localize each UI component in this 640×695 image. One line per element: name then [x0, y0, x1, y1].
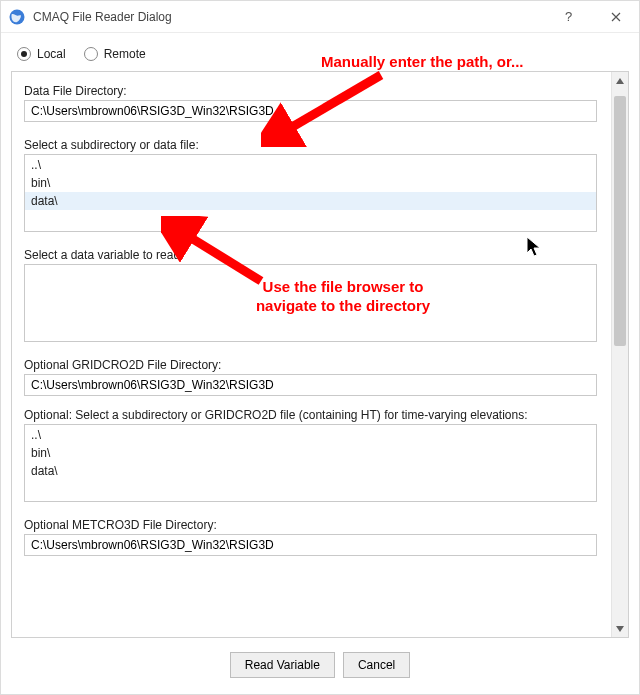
titlebar: CMAQ File Reader Dialog ?: [1, 1, 639, 33]
label-met-dir: Optional METCRO3D File Directory:: [24, 518, 597, 532]
help-button[interactable]: ?: [547, 1, 593, 32]
radio-dot-icon: [17, 47, 31, 61]
list-variable[interactable]: [24, 264, 597, 342]
list-item[interactable]: data\: [25, 192, 596, 210]
svg-text:?: ?: [565, 10, 572, 23]
scroll-up-icon[interactable]: [612, 72, 628, 89]
dialog-body: Local Remote Data File Directory: Select…: [1, 33, 639, 694]
scroll-thumb[interactable]: [614, 96, 626, 346]
list-item[interactable]: data\: [25, 462, 596, 480]
window-buttons: ?: [547, 1, 639, 32]
list-item[interactable]: bin\: [25, 444, 596, 462]
radio-local-label: Local: [37, 47, 66, 61]
scroll-down-icon[interactable]: [612, 620, 628, 637]
panel-content: Data File Directory: Select a subdirecto…: [12, 72, 611, 637]
dialog-window: CMAQ File Reader Dialog ? Local Remote D…: [0, 0, 640, 695]
input-met-dir[interactable]: [24, 534, 597, 556]
button-row: Read Variable Cancel: [11, 638, 629, 694]
window-title: CMAQ File Reader Dialog: [33, 10, 547, 24]
label-data-dir: Data File Directory:: [24, 84, 597, 98]
label-select-var: Select a data variable to read:: [24, 248, 597, 262]
radio-remote[interactable]: Remote: [84, 47, 146, 61]
input-data-dir[interactable]: [24, 100, 597, 122]
radio-local[interactable]: Local: [17, 47, 66, 61]
input-grid-dir[interactable]: [24, 374, 597, 396]
list-item[interactable]: ..\: [25, 426, 596, 444]
scrollbar[interactable]: [611, 72, 628, 637]
radio-remote-label: Remote: [104, 47, 146, 61]
globe-icon: [9, 9, 25, 25]
source-selector: Local Remote: [11, 43, 629, 71]
read-variable-button[interactable]: Read Variable: [230, 652, 335, 678]
list-subdirectory[interactable]: ..\ bin\ data\: [24, 154, 597, 232]
label-grid-dir: Optional GRIDCRO2D File Directory:: [24, 358, 597, 372]
label-grid-sub: Optional: Select a subdirectory or GRIDC…: [24, 408, 597, 422]
list-item[interactable]: ..\: [25, 156, 596, 174]
cancel-button[interactable]: Cancel: [343, 652, 410, 678]
list-grid-subdirectory[interactable]: ..\ bin\ data\: [24, 424, 597, 502]
label-select-sub: Select a subdirectory or data file:: [24, 138, 597, 152]
close-button[interactable]: [593, 1, 639, 32]
list-item[interactable]: bin\: [25, 174, 596, 192]
main-panel: Data File Directory: Select a subdirecto…: [11, 71, 629, 638]
radio-dot-icon: [84, 47, 98, 61]
